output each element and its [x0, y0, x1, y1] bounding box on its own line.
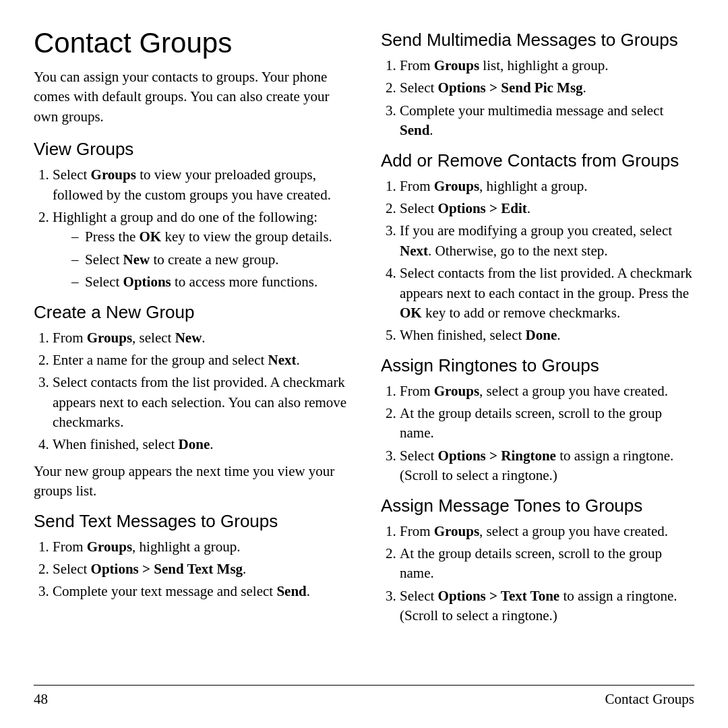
list-item: From Groups, highlight a group.	[53, 537, 347, 557]
list-item: Complete your text message and select Se…	[53, 582, 347, 601]
send-multimedia-list: From Groups list, highlight a group. Sel…	[400, 56, 694, 141]
section-send-text: Send Text Messages to Groups From Groups…	[34, 511, 347, 602]
right-column: Send Multimedia Messages to Groups From …	[374, 27, 694, 678]
list-item: From Groups, select New.	[53, 328, 347, 348]
section-assign-message-tones: Assign Message Tones to Groups From Grou…	[381, 495, 694, 626]
footer-page-number: 48	[34, 691, 48, 708]
section-view-groups: View Groups Select Groups to view your p…	[34, 139, 347, 292]
list-item: Select contacts from the list provided. …	[400, 264, 694, 323]
list-item: At the group details screen, scroll to t…	[400, 404, 694, 444]
page: Contact Groups You can assign your conta…	[0, 0, 728, 728]
section-assign-ringtones: Assign Ringtones to Groups From Groups, …	[381, 355, 694, 486]
list-item: Select Options to access more functions.	[71, 272, 347, 292]
list-item: Select New to create a new group.	[71, 250, 347, 270]
list-item: Complete your multimedia message and sel…	[400, 101, 694, 141]
list-item: When finished, select Done.	[400, 326, 694, 345]
list-item: From Groups, select a group you have cre…	[400, 382, 694, 401]
intro-text: You can assign your contacts to groups. …	[34, 67, 347, 127]
list-item: Highlight a group and do one of the foll…	[53, 208, 347, 293]
list-item: Press the OK key to view the group detai…	[71, 227, 347, 247]
list-item: If you are modifying a group you created…	[400, 221, 694, 261]
content-area: Contact Groups You can assign your conta…	[34, 27, 694, 678]
section-title-send-text: Send Text Messages to Groups	[34, 511, 347, 532]
section-title-assign-message-tones: Assign Message Tones to Groups	[381, 495, 694, 516]
section-create-group: Create a New Group From Groups, select N…	[34, 302, 347, 502]
list-item: Select Options > Text Tone to assign a r…	[400, 586, 694, 626]
section-title-view-groups: View Groups	[34, 139, 347, 160]
assign-message-tones-list: From Groups, select a group you have cre…	[400, 522, 694, 626]
create-group-list: From Groups, select New. Enter a name fo…	[53, 328, 347, 455]
view-groups-list: Select Groups to view your preloaded gro…	[53, 165, 347, 292]
create-group-note: Your new group appears the next time you…	[34, 462, 347, 502]
page-title: Contact Groups	[34, 27, 347, 59]
section-send-multimedia: Send Multimedia Messages to Groups From …	[381, 30, 694, 141]
add-remove-list: From Groups, highlight a group. Select O…	[400, 177, 694, 346]
left-column: Contact Groups You can assign your conta…	[34, 27, 354, 678]
footer-section-label: Contact Groups	[605, 691, 694, 708]
section-title-add-remove: Add or Remove Contacts from Groups	[381, 150, 694, 171]
list-item: Select Options > Send Pic Msg.	[400, 78, 694, 98]
list-item: Enter a name for the group and select Ne…	[53, 351, 347, 370]
section-add-remove: Add or Remove Contacts from Groups From …	[381, 150, 694, 346]
footer: 48 Contact Groups	[34, 685, 694, 708]
assign-ringtones-list: From Groups, select a group you have cre…	[400, 382, 694, 486]
send-text-list: From Groups, highlight a group. Select O…	[53, 537, 347, 602]
list-item: Select Options > Ringtone to assign a ri…	[400, 446, 694, 486]
section-title-assign-ringtones: Assign Ringtones to Groups	[381, 355, 694, 376]
list-item: When finished, select Done.	[53, 435, 347, 454]
list-item: Select Groups to view your preloaded gro…	[53, 165, 347, 205]
sublist: Press the OK key to view the group detai…	[71, 227, 347, 292]
list-item: From Groups list, highlight a group.	[400, 56, 694, 75]
list-item: Select contacts from the list provided. …	[53, 373, 347, 432]
list-item: From Groups, highlight a group.	[400, 177, 694, 196]
list-item: Select Options > Edit.	[400, 199, 694, 218]
list-item: Select Options > Send Text Msg.	[53, 559, 347, 579]
list-item: At the group details screen, scroll to t…	[400, 544, 694, 584]
list-item: From Groups, select a group you have cre…	[400, 522, 694, 541]
section-title-create-group: Create a New Group	[34, 302, 347, 323]
section-title-send-multimedia: Send Multimedia Messages to Groups	[381, 30, 694, 51]
